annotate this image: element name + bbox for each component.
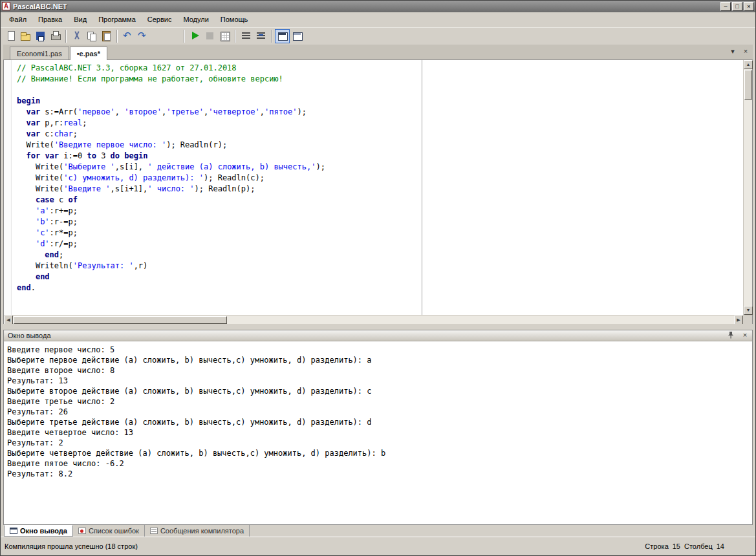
code-line bbox=[17, 85, 422, 96]
code-line: Write('c) умножить, d) разделить): '); R… bbox=[17, 173, 422, 184]
indent-button[interactable] bbox=[239, 29, 254, 43]
menu-item[interactable]: Сервис bbox=[142, 12, 178, 27]
paste-icon bbox=[101, 30, 112, 41]
close-button[interactable]: × bbox=[744, 2, 754, 11]
restore-button[interactable]: □ bbox=[732, 2, 742, 11]
redo-icon bbox=[137, 30, 148, 41]
pin-icon[interactable] bbox=[726, 331, 735, 339]
output-header-buttons: × bbox=[726, 331, 750, 339]
open-file-button[interactable] bbox=[18, 29, 33, 43]
cut-button[interactable] bbox=[69, 29, 84, 43]
menu-item[interactable]: Вид bbox=[68, 12, 92, 27]
tabstrip-controls: ▾ × bbox=[728, 47, 750, 56]
vertical-scroll-thumb[interactable] bbox=[744, 70, 752, 100]
menu-item[interactable]: Программа bbox=[92, 12, 142, 27]
toolbar-spacer bbox=[150, 30, 181, 43]
code-editor: // PascalABC.NET 3.3, сборка 1627 от 27.… bbox=[3, 60, 753, 324]
menu-item[interactable]: Правка bbox=[32, 12, 68, 27]
code-line: Write('Выберите ',s[i], ' действие (a) с… bbox=[17, 162, 422, 173]
code-line: Write('Введите первое число: '); Readln(… bbox=[17, 140, 422, 151]
stop-button bbox=[202, 29, 217, 43]
editor-tab[interactable]: Economi1.pas bbox=[10, 47, 69, 59]
menu-item[interactable]: Модули bbox=[177, 12, 214, 27]
status-bar: Компиляция прошла успешно (18 строк) Стр… bbox=[1, 537, 755, 555]
paste-button[interactable] bbox=[99, 29, 114, 43]
scroll-right-icon[interactable]: ▶ bbox=[734, 315, 743, 325]
run-button[interactable] bbox=[188, 29, 202, 43]
editor-gutter bbox=[4, 60, 12, 315]
bottom-tabs: Окно выводаСписок ошибокСообщения компил… bbox=[3, 525, 753, 537]
editor-tab[interactable]: •e.pas* bbox=[70, 47, 107, 60]
code-area[interactable]: // PascalABC.NET 3.3, сборка 1627 от 27.… bbox=[12, 60, 422, 315]
code-line: end. bbox=[17, 283, 422, 294]
window-title: PascalABC.NET bbox=[13, 3, 67, 10]
output-line: Выберите второе действие (a) сложить, b)… bbox=[7, 386, 750, 396]
show-panel-button[interactable] bbox=[290, 29, 305, 43]
undo-icon bbox=[122, 30, 133, 41]
toolbar bbox=[1, 28, 755, 44]
editor-tabs: Economi1.pas•e.pas* ▾ × bbox=[3, 45, 753, 60]
bottom-tab-label: Список ошибок bbox=[89, 527, 139, 535]
minimize-button[interactable]: – bbox=[720, 2, 731, 11]
line-label: Строка bbox=[645, 542, 668, 550]
output-line: Введите первое число: 5 bbox=[7, 345, 750, 355]
compile-button[interactable] bbox=[217, 29, 232, 43]
code-line: Writeln('Результат: ',r) bbox=[17, 261, 422, 272]
code-line: // PascalABC.NET 3.3, сборка 1627 от 27.… bbox=[17, 63, 422, 74]
menu-bar: ФайлПравкаВидПрограммаСервисМодулиПомощь bbox=[1, 12, 755, 28]
output-line: Введите четвертое число: 13 bbox=[7, 427, 750, 438]
scroll-up-icon[interactable]: ▲ bbox=[744, 60, 753, 69]
save-button[interactable] bbox=[33, 29, 48, 43]
editor-empty-pane[interactable] bbox=[422, 60, 743, 315]
toolbar-separator bbox=[184, 30, 185, 43]
output-body: Введите первое число: 5Выберите первое д… bbox=[3, 341, 753, 525]
output-line: Выберите первое действие (a) сложить, b)… bbox=[7, 355, 750, 365]
output-line: Результат: 13 bbox=[7, 376, 750, 386]
line-value: 15 bbox=[673, 542, 680, 550]
save-icon bbox=[35, 30, 46, 41]
app-icon: A bbox=[2, 2, 10, 10]
print-button[interactable] bbox=[48, 29, 63, 43]
menu-item[interactable]: Помощь bbox=[215, 12, 254, 27]
vertical-scrollbar[interactable]: ▲ ▼ bbox=[743, 60, 752, 315]
scroll-left-icon[interactable]: ◀ bbox=[4, 315, 13, 325]
panel-splitter[interactable] bbox=[3, 324, 753, 330]
bottom-tab-compiler-messages[interactable]: Сообщения компилятора bbox=[145, 525, 250, 537]
panel-icon bbox=[292, 30, 303, 41]
menu-item[interactable]: Файл bbox=[3, 12, 32, 27]
bottom-tab-label: Окно вывода bbox=[20, 527, 67, 535]
indent-icon bbox=[241, 30, 252, 41]
cut-icon bbox=[71, 30, 82, 41]
undo-button[interactable] bbox=[120, 29, 135, 43]
client-area: Economi1.pas•e.pas* ▾ × // PascalABC.NET… bbox=[1, 45, 755, 537]
code-line: 'b':r-=p; bbox=[17, 217, 422, 228]
new-file-button[interactable] bbox=[3, 29, 18, 43]
errlist-icon bbox=[78, 528, 86, 534]
code-line: 'a':r+=p; bbox=[17, 206, 422, 217]
output-line: Результат: 26 bbox=[7, 407, 750, 417]
horizontal-scroll-thumb[interactable] bbox=[14, 316, 227, 324]
output-window-toggle[interactable] bbox=[275, 29, 290, 43]
code-line: var s:=Arr('первое', 'второе','третье','… bbox=[17, 107, 422, 118]
code-line: var p,r:real; bbox=[17, 118, 422, 129]
horizontal-scroll-track[interactable] bbox=[13, 315, 734, 324]
app-window: A PascalABC.NET –□× ФайлПравкаВидПрограм… bbox=[0, 0, 756, 556]
status-message: Компиляция прошла успешно (18 строк) bbox=[5, 542, 138, 550]
horizontal-scrollbar[interactable]: ◀ ▶ bbox=[4, 315, 752, 324]
outdent-button[interactable] bbox=[254, 29, 268, 43]
window-buttons: –□× bbox=[720, 2, 754, 11]
bottom-tab-errors[interactable]: Список ошибок bbox=[73, 525, 145, 537]
redo-button[interactable] bbox=[135, 29, 150, 43]
bottom-tab-output[interactable]: Окно вывода bbox=[4, 525, 73, 537]
output-close-icon[interactable]: × bbox=[740, 331, 750, 339]
console-icon bbox=[277, 30, 288, 41]
toolbar-separator bbox=[65, 30, 67, 43]
editor-tabs-list: Economi1.pas•e.pas* bbox=[10, 46, 108, 59]
scroll-down-icon[interactable]: ▼ bbox=[744, 306, 753, 315]
chevron-down-icon[interactable]: ▾ bbox=[728, 47, 737, 56]
copy-button[interactable] bbox=[84, 29, 99, 43]
output-line: Результат: 2 bbox=[7, 438, 750, 448]
output-panel-header: Окно вывода × bbox=[3, 330, 753, 341]
close-tab-icon[interactable]: × bbox=[741, 47, 750, 55]
code-line: for var i:=0 to 3 do begin bbox=[17, 151, 422, 162]
